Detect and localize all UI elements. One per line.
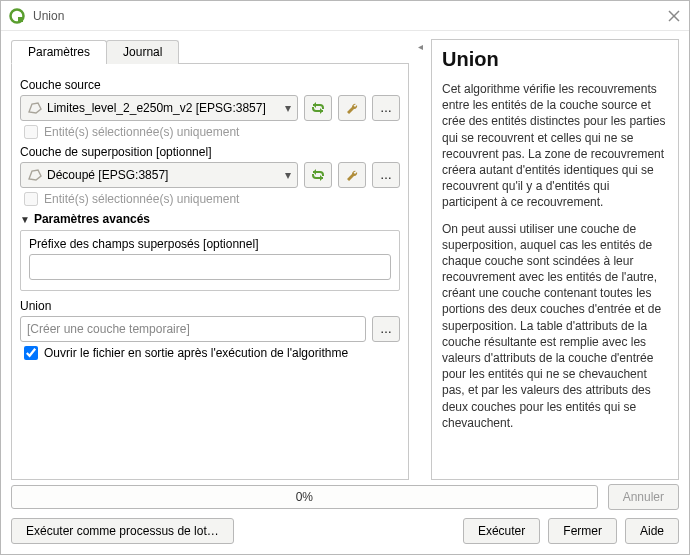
iterate-icon (309, 167, 327, 183)
close-button[interactable]: Fermer (548, 518, 617, 544)
overlay-selected-only-checkbox (24, 192, 38, 206)
button-row: Exécuter comme processus de lot… Exécute… (11, 518, 679, 544)
output-label: Union (20, 299, 400, 313)
help-panel: Union Cet algorithme vérifie les recouvr… (431, 39, 679, 480)
left-pane: Paramètres Journal Couche source Limites… (11, 39, 409, 480)
overlay-layer-value: Découpé [EPSG:3857] (47, 168, 281, 182)
advanced-options-button-2[interactable] (338, 162, 366, 188)
help-button[interactable]: Aide (625, 518, 679, 544)
titlebar: Union (1, 1, 689, 31)
dialog-body: Paramètres Journal Couche source Limites… (1, 31, 689, 484)
overlay-prefix-label: Préfixe des champs superposés [optionnel… (29, 237, 391, 251)
open-output-label: Ouvrir le fichier en sortie après l'exéc… (44, 346, 348, 360)
source-layer-value: Limites_level_2_e250m_v2 [EPSG:3857] (47, 101, 281, 115)
advanced-parameters-box: Préfixe des champs superposés [optionnel… (20, 230, 400, 291)
output-row: … (20, 316, 400, 342)
wrench-icon (344, 167, 360, 183)
advanced-parameters-label: Paramètres avancés (34, 212, 150, 226)
browse-source-button[interactable]: … (372, 95, 400, 121)
run-as-batch-button[interactable]: Exécuter comme processus de lot… (11, 518, 234, 544)
help-paragraph-2: On peut aussi utiliser une couche de sup… (442, 221, 668, 431)
source-layer-row: Limites_level_2_e250m_v2 [EPSG:3857] ▾ (20, 95, 400, 121)
bottom-area: 0% Annuler Exécuter comme processus de l… (1, 484, 689, 554)
progress-row: 0% Annuler (11, 484, 679, 510)
wrench-icon (344, 100, 360, 116)
svg-marker-4 (29, 103, 41, 113)
qgis-logo-icon (9, 8, 25, 24)
cancel-button: Annuler (608, 484, 679, 510)
iterate-features-button[interactable] (304, 95, 332, 121)
source-selected-only-row: Entité(s) sélectionnée(s) uniquement (24, 125, 400, 139)
advanced-options-button[interactable] (338, 95, 366, 121)
iterate-features-button-2[interactable] (304, 162, 332, 188)
tab-parameters[interactable]: Paramètres (11, 40, 107, 64)
chevron-down-icon: ▾ (285, 101, 291, 115)
collapse-help-handle[interactable]: ◂ (415, 39, 425, 480)
overlay-layer-label: Couche de superposition [optionnel] (20, 145, 400, 159)
polygon-layer-icon (27, 101, 43, 115)
source-selected-only-label: Entité(s) sélectionnée(s) uniquement (44, 125, 239, 139)
help-body: Cet algorithme vérifie les recouvrements… (442, 81, 668, 431)
close-icon[interactable] (667, 9, 681, 23)
source-selected-only-checkbox (24, 125, 38, 139)
run-button[interactable]: Exécuter (463, 518, 540, 544)
progress-bar: 0% (11, 485, 598, 509)
help-title: Union (442, 48, 668, 71)
window-title: Union (33, 9, 667, 23)
open-output-checkbox[interactable] (24, 346, 38, 360)
parameters-panel: Couche source Limites_level_2_e250m_v2 [… (11, 64, 409, 480)
tab-log[interactable]: Journal (106, 40, 179, 64)
browse-output-button[interactable]: … (372, 316, 400, 342)
tab-bar: Paramètres Journal (11, 39, 409, 64)
iterate-icon (309, 100, 327, 116)
help-paragraph-1: Cet algorithme vérifie les recouvrements… (442, 81, 668, 211)
svg-marker-7 (29, 170, 41, 180)
ellipsis-icon: … (380, 101, 392, 115)
svg-rect-1 (18, 17, 23, 22)
source-layer-combo[interactable]: Limites_level_2_e250m_v2 [EPSG:3857] ▾ (20, 95, 298, 121)
overlay-layer-combo[interactable]: Découpé [EPSG:3857] ▾ (20, 162, 298, 188)
ellipsis-icon: … (380, 322, 392, 336)
chevron-down-icon: ▾ (285, 168, 291, 182)
overlay-selected-only-label: Entité(s) sélectionnée(s) uniquement (44, 192, 239, 206)
overlay-layer-row: Découpé [EPSG:3857] ▾ (20, 162, 400, 188)
triangle-down-icon: ▼ (20, 214, 30, 225)
overlay-selected-only-row: Entité(s) sélectionnée(s) uniquement (24, 192, 400, 206)
dialog-window: Union Paramètres Journal Couche source L… (0, 0, 690, 555)
ellipsis-icon: … (380, 168, 392, 182)
progress-text: 0% (296, 490, 313, 504)
source-layer-label: Couche source (20, 78, 400, 92)
advanced-parameters-toggle[interactable]: ▼ Paramètres avancés (20, 212, 400, 226)
overlay-prefix-input[interactable] (29, 254, 391, 280)
output-destination-input[interactable] (20, 316, 366, 342)
open-output-row[interactable]: Ouvrir le fichier en sortie après l'exéc… (24, 346, 400, 360)
polygon-layer-icon (27, 168, 43, 182)
browse-overlay-button[interactable]: … (372, 162, 400, 188)
